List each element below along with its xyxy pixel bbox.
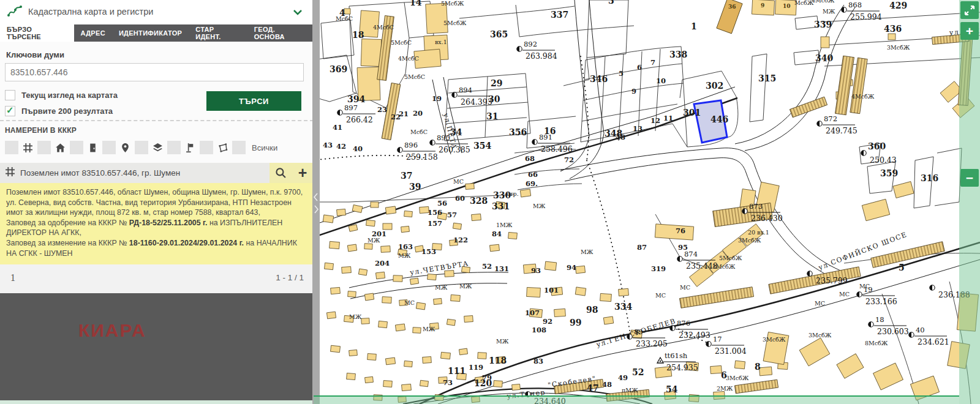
map-label: 3МсбЖ (763, 336, 786, 343)
fullscreen-button[interactable] (960, 1, 979, 19)
parcel-grid-icon[interactable] (22, 142, 34, 154)
search-button[interactable]: ТЪРСИ (206, 91, 301, 111)
bottom-toolbar-strip[interactable] (314, 395, 959, 404)
search-panel: Кадастрална карта и регистри БЪРЗО ТЪРСЕ… (0, 0, 314, 404)
survey-point-id: 872 (824, 114, 837, 123)
keywords-input[interactable] (5, 63, 304, 81)
building (349, 350, 358, 356)
map-label: 93 (531, 266, 541, 275)
add-result-button[interactable]: + (292, 163, 314, 183)
filter-toggle[interactable] (5, 141, 18, 154)
building (441, 352, 451, 359)
elevation-value: 236.430 (751, 214, 783, 223)
map-canvas[interactable]: 3373651314418369394338302301315446346348… (312, 0, 980, 404)
map-label: 9 (631, 87, 636, 95)
map-label: 20 (413, 109, 423, 118)
map-label: 13 (633, 124, 643, 133)
result-title: Поземлен имот 83510.657.446, гр. Шумен (20, 168, 180, 178)
tab-стар-идент-[interactable]: СТАР ИДЕНТ. (189, 24, 247, 42)
map-label: 31 (486, 111, 498, 121)
map-label: 10 (783, 3, 791, 9)
filter-toggle[interactable] (70, 141, 83, 154)
map-label: 4МсбЖ (851, 93, 875, 100)
right-toolbar-strip[interactable] (959, 0, 980, 404)
building (575, 266, 585, 274)
survey-point-id: 18 (875, 315, 884, 324)
zoom-out-button[interactable]: − (960, 169, 979, 187)
building (451, 294, 461, 301)
survey-point-id: 868 (848, 1, 862, 9)
filter-all-label[interactable]: Всички (252, 143, 277, 152)
map-label: 41 (333, 123, 342, 132)
building (337, 209, 346, 215)
survey-point-id: tt61sh (665, 351, 688, 360)
elevation-value: 230.603 (877, 327, 909, 336)
map-label: 1МЖ (496, 222, 513, 228)
map-label: 122 (453, 236, 468, 244)
tab-адрес[interactable]: АДРЕС (74, 24, 112, 42)
building (434, 298, 442, 304)
map-label: 72 (564, 155, 574, 164)
building (821, 37, 829, 48)
map-label: 360 (868, 141, 886, 151)
building (368, 354, 377, 361)
elevation-value: 266.42 (346, 115, 373, 124)
building (381, 246, 391, 253)
building (401, 226, 410, 232)
filter-toggle[interactable] (167, 141, 181, 154)
zoom-in-button[interactable]: + (960, 22, 979, 40)
filter-toggle[interactable] (37, 141, 51, 154)
elevation-value: 255.994 (850, 12, 882, 21)
map-label: 354 (473, 141, 491, 151)
filter-toggle[interactable] (232, 141, 246, 154)
map-label: 69. (526, 179, 538, 188)
map-label: 365 (490, 29, 508, 39)
tab-идентификатор[interactable]: ИДЕНТИФИКАТОР (112, 24, 189, 42)
building (413, 327, 421, 334)
map-label: 204 (375, 259, 390, 267)
elevation-value: 260.385 (439, 145, 470, 154)
result-row[interactable]: Поземлен имот 83510.657.446, гр. Шумен + (0, 163, 314, 183)
building (508, 232, 518, 239)
map-label: 328 (470, 196, 488, 206)
zoom-to-result-button[interactable] (270, 163, 292, 183)
map-label: 60 (455, 194, 465, 203)
layers-icon[interactable] (152, 142, 164, 154)
tab-геод-основа[interactable]: ГЕОД. ОСНОВА (247, 24, 314, 42)
building (395, 324, 405, 331)
flag-icon[interactable] (184, 142, 196, 154)
survey-point-id: 874 (684, 250, 698, 258)
map-label: 92 (543, 317, 552, 326)
collapse-chevron-icon[interactable] (293, 7, 303, 18)
building (325, 263, 334, 269)
map-label: 47 (587, 383, 598, 393)
building (404, 211, 413, 217)
filter-toggle[interactable] (102, 141, 116, 154)
current-view-checkbox[interactable] (5, 90, 15, 100)
map-label: 4МсбС (398, 55, 419, 62)
map-label: 29 (491, 78, 502, 88)
tab-quick-search[interactable]: БЪРЗО ТЪРСЕНЕ (0, 24, 74, 42)
map-label: 3МсбЖ (738, 237, 761, 244)
map-label: 23 (377, 105, 387, 114)
first200-checkbox[interactable] (5, 106, 15, 116)
page-number[interactable]: 1 (10, 272, 15, 283)
building (361, 39, 382, 66)
building-icon[interactable] (87, 142, 99, 154)
map-label: 98 (586, 305, 598, 315)
building (545, 261, 556, 271)
map-label: 3 (608, 0, 614, 6)
building (734, 361, 745, 369)
map-label: 18 (352, 30, 364, 40)
building (385, 357, 395, 365)
survey-point-id: 897 (344, 103, 358, 112)
building (379, 321, 388, 327)
location-pin-icon[interactable] (119, 142, 131, 154)
filter-toggle[interactable] (200, 141, 213, 154)
filter-toggle[interactable] (135, 141, 148, 154)
map-label: 52 (632, 367, 644, 377)
survey-point-id: 895 (437, 133, 450, 142)
map-label: 446 (710, 114, 728, 124)
polygon-icon[interactable] (217, 142, 228, 154)
home-icon[interactable] (55, 142, 66, 154)
